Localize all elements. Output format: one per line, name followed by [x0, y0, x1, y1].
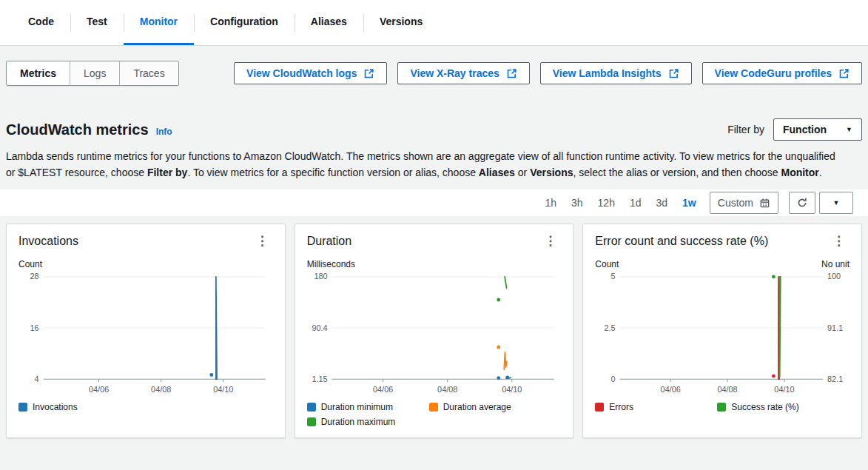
chart-menu-button[interactable]: ⋮: [252, 233, 273, 249]
description-bold-text: Filter by: [147, 167, 187, 178]
tab-metrics[interactable]: Metrics: [7, 61, 70, 85]
legend-label: Duration maximum: [321, 417, 396, 427]
range-1d[interactable]: 1d: [622, 197, 649, 209]
time-range-bar: 1h 3h 12h 1d 3d 1w Custom ▼: [0, 189, 868, 216]
legend-item[interactable]: Duration minimum: [307, 402, 429, 412]
svg-text:180: 180: [314, 272, 327, 281]
legend-swatch: [717, 403, 726, 412]
svg-text:16: 16: [30, 323, 39, 332]
refresh-options-button[interactable]: ▼: [819, 192, 853, 214]
refresh-button[interactable]: [789, 192, 815, 214]
svg-text:4: 4: [35, 375, 39, 383]
error-success-card: Error count and success rate (%) ⋮ Count…: [582, 224, 862, 438]
y-axis-label: Milliseconds: [307, 259, 355, 270]
svg-text:04/08: 04/08: [437, 385, 457, 394]
calendar-icon: [759, 198, 770, 209]
svg-text:5: 5: [611, 272, 616, 281]
tab-configuration[interactable]: Configuration: [194, 0, 295, 45]
custom-range-label: Custom: [718, 197, 753, 209]
description-text-segment: , select the alias or version, and then …: [573, 167, 781, 178]
description-text-segment: or: [515, 167, 530, 178]
duration-chart: 18090.41.1504/0604/0804/10: [307, 272, 562, 399]
description-text-segment: . To view metrics for a specific functio…: [187, 167, 478, 178]
legend-swatch: [307, 403, 316, 412]
button-label: View X-Ray traces: [410, 67, 499, 79]
chart-legend: Duration minimumDuration averageDuration…: [307, 402, 562, 432]
function-tab-bar: Code Test Monitor Configuration Aliases …: [0, 0, 868, 46]
monitor-content: Metrics Logs Traces View CloudWatch logs…: [0, 61, 868, 181]
kebab-icon: ⋮: [544, 234, 556, 248]
svg-text:0: 0: [611, 375, 616, 383]
legend-swatch: [18, 403, 27, 412]
svg-text:04/06: 04/06: [89, 385, 109, 394]
page-title: CloudWatch metrics: [6, 121, 149, 138]
chart-menu-button[interactable]: ⋮: [539, 233, 561, 249]
subtab-row: Metrics Logs Traces View CloudWatch logs…: [6, 61, 862, 86]
info-link[interactable]: Info: [156, 127, 172, 137]
range-3h[interactable]: 3h: [564, 197, 591, 209]
svg-text:90.4: 90.4: [312, 323, 327, 332]
time-controls: 1h 3h 12h 1d 3d 1w Custom ▼: [537, 192, 853, 214]
legend-item[interactable]: Invocations: [18, 402, 141, 412]
description-bold-text: Versions: [530, 167, 573, 178]
legend-label: Duration average: [443, 402, 511, 412]
chart-menu-button[interactable]: ⋮: [828, 233, 850, 249]
description-text: Lambda sends runtime metrics for your fu…: [6, 148, 838, 181]
svg-text:04/06: 04/06: [373, 385, 393, 394]
refresh-icon: [796, 197, 808, 209]
select-value: Function: [783, 124, 827, 135]
legend-item[interactable]: Success rate (%): [717, 402, 839, 412]
chart-title: Error count and success rate (%): [595, 235, 768, 248]
legend-swatch: [307, 417, 316, 426]
invocations-chart: 2816404/0604/0804/10: [18, 272, 273, 399]
legend-item[interactable]: Duration average: [429, 402, 551, 412]
svg-text:04/10: 04/10: [213, 385, 233, 394]
range-1h[interactable]: 1h: [537, 197, 564, 209]
error-success-chart: 52.5010091.182.104/0604/0804/10: [595, 272, 850, 399]
tab-logs[interactable]: Logs: [70, 61, 120, 85]
legend-label: Duration minimum: [321, 402, 393, 412]
tab-code[interactable]: Code: [12, 0, 70, 45]
svg-text:91.1: 91.1: [827, 323, 843, 332]
y-axis-label: Count: [595, 259, 619, 270]
view-cloudwatch-logs-button[interactable]: View CloudWatch logs: [234, 62, 387, 84]
heading-row: CloudWatch metrics Info Filter by Functi…: [6, 118, 862, 141]
chevron-down-icon: ▼: [846, 126, 852, 133]
tab-monitor[interactable]: Monitor: [124, 0, 194, 45]
svg-text:04/06: 04/06: [661, 385, 681, 394]
filter-function-select[interactable]: Function ▼: [773, 118, 862, 141]
svg-text:04/10: 04/10: [502, 385, 522, 394]
legend-item[interactable]: Errors: [595, 402, 717, 412]
button-label: View CodeGuru profiles: [715, 67, 832, 79]
tab-test[interactable]: Test: [70, 0, 124, 45]
range-12h[interactable]: 12h: [591, 197, 622, 209]
tab-versions[interactable]: Versions: [363, 0, 439, 45]
view-xray-traces-button[interactable]: View X-Ray traces: [397, 62, 529, 84]
filter-group: Filter by Function ▼: [727, 118, 862, 141]
metrics-logs-traces-tabs: Metrics Logs Traces: [6, 61, 179, 86]
button-label: View Lambda Insights: [553, 67, 662, 79]
svg-text:100: 100: [827, 272, 841, 281]
chart-title: Duration: [307, 235, 351, 248]
range-3d[interactable]: 3d: [649, 197, 676, 209]
chevron-down-icon: ▼: [833, 199, 840, 207]
range-1w[interactable]: 1w: [675, 197, 704, 209]
external-actions: View CloudWatch logs View X-Ray traces V…: [234, 62, 862, 84]
view-codeguru-profiles-button[interactable]: View CodeGuru profiles: [702, 62, 862, 84]
legend-item[interactable]: Duration maximum: [307, 417, 429, 427]
view-lambda-insights-button[interactable]: View Lambda Insights: [540, 62, 692, 84]
kebab-icon: ⋮: [256, 234, 269, 248]
custom-range-button[interactable]: Custom: [710, 192, 778, 214]
external-link-icon: [838, 68, 850, 79]
legend-label: Errors: [609, 402, 633, 412]
svg-text:2.5: 2.5: [605, 323, 616, 332]
y-axis-label-right: No unit: [821, 259, 850, 270]
description-bold-text: Aliases: [479, 167, 515, 178]
filter-by-label: Filter by: [727, 124, 764, 135]
legend-swatch: [429, 403, 438, 412]
svg-text:28: 28: [30, 272, 39, 281]
svg-text:1.15: 1.15: [312, 375, 327, 383]
tab-aliases[interactable]: Aliases: [295, 0, 363, 45]
tabs-nav: Code Test Monitor Configuration Aliases …: [0, 0, 868, 45]
tab-traces[interactable]: Traces: [120, 61, 178, 85]
